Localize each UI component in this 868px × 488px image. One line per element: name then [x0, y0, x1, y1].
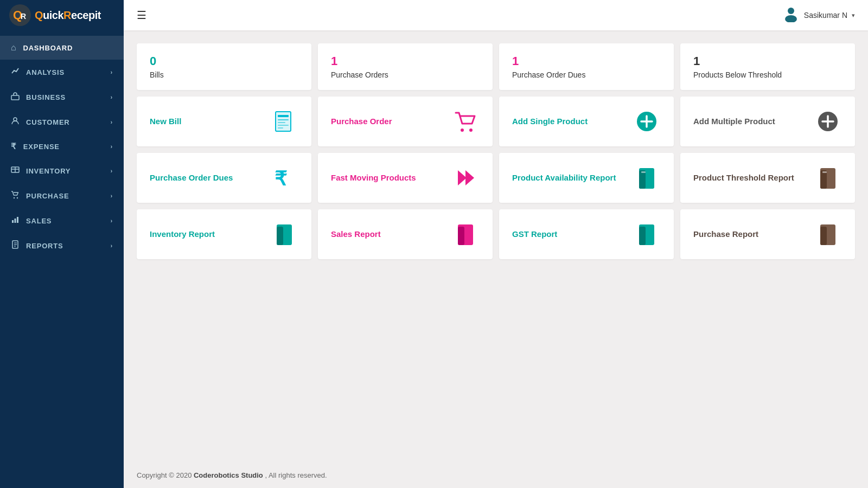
- gst-report-label: GST Report: [512, 229, 557, 240]
- chevron-icon: ›: [111, 168, 113, 174]
- gst-report-card[interactable]: GST Report: [499, 209, 674, 259]
- user-menu[interactable]: Sasikumar N ▾: [782, 5, 855, 26]
- product-availability-report-card[interactable]: Product Availability Report: [499, 153, 674, 203]
- business-icon: [11, 92, 20, 102]
- add-multiple-product-card[interactable]: Add Multiple Product: [680, 97, 855, 146]
- svg-rect-39: [641, 171, 646, 173]
- sidebar-label-purchase: PURCHASE: [26, 192, 69, 200]
- svg-rect-12: [17, 217, 18, 223]
- purchase-order-icon: [451, 107, 480, 136]
- stat-purchase-orders-number: 1: [331, 54, 480, 68]
- svg-rect-21: [278, 115, 289, 117]
- inventory-report-card[interactable]: Inventory Report: [137, 209, 311, 259]
- add-multiple-product-icon: [814, 107, 842, 136]
- svg-point-18: [785, 15, 797, 22]
- svg-text:R: R: [21, 12, 26, 21]
- chevron-icon: ›: [111, 144, 113, 150]
- new-bill-label: New Bill: [150, 116, 181, 127]
- chevron-icon: ›: [111, 243, 113, 249]
- sales-report-label: Sales Report: [331, 229, 381, 240]
- purchase-order-dues-label: Purchase Order Dues: [150, 172, 233, 183]
- svg-rect-3: [11, 95, 19, 100]
- expense-icon: ₹: [11, 142, 17, 151]
- user-dropdown-arrow: ▾: [852, 12, 855, 19]
- sidebar-label-expense: EXPENSE: [23, 143, 60, 151]
- purchase-order-card[interactable]: Purchase Order: [318, 97, 493, 146]
- sales-report-card[interactable]: Sales Report: [318, 209, 493, 259]
- stat-purchase-orders[interactable]: 1 Purchase Orders: [318, 43, 493, 90]
- avatar-icon: [782, 5, 800, 26]
- action-row-3: Inventory Report Sales Report GST Report: [137, 209, 855, 259]
- inventory-icon: [11, 165, 20, 176]
- svg-marker-36: [465, 170, 474, 185]
- hamburger-menu[interactable]: ☰: [137, 9, 146, 22]
- svg-point-17: [788, 8, 794, 14]
- stat-products-below-threshold[interactable]: 1 Products Below Threshold: [680, 43, 855, 90]
- fast-moving-products-icon: [451, 164, 480, 192]
- stat-bills-number: 0: [150, 54, 298, 68]
- sidebar-item-reports[interactable]: REPORTS ›: [0, 233, 124, 258]
- chevron-icon: ›: [111, 193, 113, 199]
- footer: Copyright © 2020 Coderobotics Studio , A…: [124, 463, 868, 488]
- stats-row: 0 Bills 1 Purchase Orders 1 Purchase Ord…: [137, 43, 855, 90]
- svg-rect-42: [822, 171, 827, 173]
- home-icon: ⌂: [11, 43, 16, 53]
- sidebar-label-inventory: INVENTORY: [26, 167, 71, 175]
- svg-rect-46: [458, 227, 464, 245]
- stat-threshold-number: 1: [693, 54, 842, 68]
- product-threshold-report-label: Product Threshold Report: [693, 172, 794, 183]
- purchase-order-dues-card[interactable]: Purchase Order Dues ₹: [137, 153, 311, 203]
- sidebar-item-customer[interactable]: CUSTOMER ›: [0, 110, 124, 134]
- svg-rect-44: [277, 227, 283, 245]
- svg-point-9: [17, 197, 18, 198]
- sidebar-item-purchase[interactable]: PURCHASE ›: [0, 183, 124, 208]
- stat-bills-label: Bills: [150, 70, 298, 79]
- purchase-icon: [11, 190, 20, 201]
- logo[interactable]: Q R QuickRecepit: [0, 0, 124, 30]
- inventory-report-icon: [270, 220, 298, 248]
- customer-icon: [11, 117, 20, 127]
- stat-threshold-label: Products Below Threshold: [693, 70, 842, 79]
- sidebar-label-business: BUSINESS: [26, 93, 66, 101]
- stat-purchase-order-dues[interactable]: 1 Purchase Order Dues: [499, 43, 674, 90]
- svg-rect-22: [278, 119, 289, 120]
- stat-bills[interactable]: 0 Bills: [137, 43, 311, 90]
- gst-report-icon: [633, 220, 661, 248]
- purchase-order-label: Purchase Order: [331, 116, 392, 127]
- chevron-icon: ›: [111, 119, 113, 125]
- svg-rect-48: [639, 227, 646, 245]
- svg-point-4: [14, 118, 17, 121]
- sidebar-item-dashboard[interactable]: ⌂ DASHBOARD: [0, 36, 124, 60]
- svg-marker-35: [458, 170, 467, 185]
- sidebar-item-analysis[interactable]: ANALYSIS ›: [0, 60, 124, 85]
- add-single-product-card[interactable]: Add Single Product: [499, 97, 674, 146]
- dashboard-content: 0 Bills 1 Purchase Orders 1 Purchase Ord…: [124, 30, 868, 463]
- sidebar-item-expense[interactable]: ₹ EXPENSE ›: [0, 134, 124, 158]
- stat-purchase-orders-label: Purchase Orders: [331, 70, 480, 79]
- stat-purchase-order-dues-number: 1: [512, 54, 661, 68]
- svg-rect-38: [639, 170, 646, 189]
- svg-rect-23: [278, 122, 285, 123]
- svg-point-27: [469, 129, 473, 132]
- new-bill-icon: [270, 107, 298, 136]
- product-threshold-report-card[interactable]: Product Threshold Report: [680, 153, 855, 203]
- sidebar-item-business[interactable]: BUSINESS ›: [0, 85, 124, 110]
- main-content: ☰ Sasikumar N ▾ 0 Bills 1 Purchase Order…: [124, 0, 868, 488]
- svg-rect-41: [820, 170, 827, 189]
- fast-moving-products-card[interactable]: Fast Moving Products: [318, 153, 493, 203]
- sidebar-label-sales: SALES: [26, 217, 52, 225]
- sidebar-item-inventory[interactable]: INVENTORY ›: [0, 158, 124, 183]
- chevron-icon: ›: [111, 69, 113, 75]
- new-bill-card[interactable]: New Bill: [137, 97, 311, 146]
- sidebar-item-sales[interactable]: SALES ›: [0, 208, 124, 233]
- sidebar-label-dashboard: DASHBOARD: [23, 44, 73, 52]
- svg-rect-25: [278, 127, 283, 129]
- svg-rect-50: [820, 227, 827, 245]
- product-threshold-report-icon: [814, 164, 842, 192]
- svg-text:₹: ₹: [275, 168, 287, 190]
- purchase-report-label: Purchase Report: [693, 229, 758, 240]
- product-availability-report-label: Product Availability Report: [512, 172, 616, 183]
- purchase-report-card[interactable]: Purchase Report: [680, 209, 855, 259]
- svg-point-26: [461, 129, 464, 132]
- user-name: Sasikumar N: [804, 11, 847, 20]
